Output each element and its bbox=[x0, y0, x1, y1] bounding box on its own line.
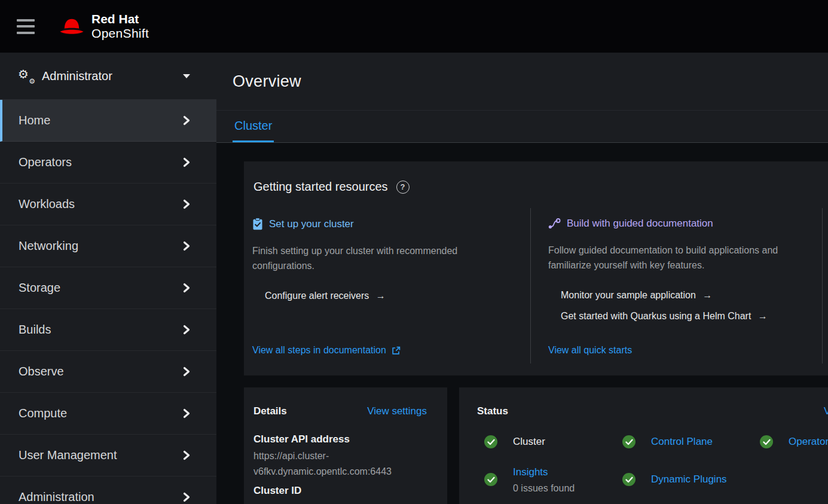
section-title: Set up your cluster bbox=[269, 218, 354, 230]
chevron-right-icon bbox=[183, 408, 190, 419]
sidebar-item-operators[interactable]: Operators bbox=[0, 142, 216, 184]
section-description: Finish setting up your cluster with reco… bbox=[252, 243, 517, 273]
cogs-icon: ⚙ ⚙ bbox=[18, 68, 34, 84]
page-title: Overview bbox=[233, 72, 301, 91]
check-circle-icon bbox=[760, 435, 773, 448]
status-title: Status bbox=[477, 405, 508, 417]
caret-down-icon bbox=[183, 74, 190, 78]
details-title: Details bbox=[253, 405, 287, 417]
sidebar-item-workloads[interactable]: Workloads bbox=[0, 184, 216, 225]
check-circle-icon bbox=[484, 473, 497, 486]
details-value-cluster-api-address: https://api.cluster-v6fkv.dynamic.opentl… bbox=[253, 448, 433, 479]
chevron-right-icon bbox=[183, 283, 190, 293]
status-view-link-cutoff[interactable]: V bbox=[824, 405, 828, 417]
chevron-right-icon bbox=[183, 241, 190, 251]
link-quarkus-helm-chart[interactable]: Get started with Quarkus using a Helm Ch… bbox=[561, 310, 809, 323]
check-circle-icon bbox=[622, 435, 635, 448]
masthead: Red Hat OpenShift bbox=[0, 0, 828, 53]
sidebar-item-user-management[interactable]: User Management bbox=[0, 435, 216, 476]
hamburger-icon bbox=[17, 19, 35, 22]
sidebar-nav: Home Operators Workloads Networking Stor… bbox=[0, 100, 216, 504]
tab-cluster[interactable]: Cluster bbox=[233, 111, 274, 142]
getting-started-section-quickstarts: Build with guided documentation Follow g… bbox=[530, 208, 822, 364]
sidebar-item-administration[interactable]: Administration bbox=[0, 476, 216, 504]
sidebar-item-storage[interactable]: Storage bbox=[0, 267, 216, 309]
getting-started-section-cutoff bbox=[822, 208, 828, 364]
brand-product: OpenShift bbox=[91, 26, 149, 41]
sidebar-item-compute[interactable]: Compute bbox=[0, 393, 216, 435]
route-icon bbox=[548, 218, 561, 230]
control-plane-link[interactable]: Control Plane bbox=[651, 435, 713, 448]
chevron-right-icon bbox=[183, 325, 190, 335]
arrow-right-icon: → bbox=[702, 290, 712, 300]
sidebar-item-builds[interactable]: Builds bbox=[0, 309, 216, 351]
chevron-right-icon bbox=[183, 199, 190, 209]
perspective-switcher[interactable]: ⚙ ⚙ Administrator bbox=[0, 53, 216, 100]
sidebar-item-networking[interactable]: Networking bbox=[0, 225, 216, 267]
openshift-console: Red Hat OpenShift ⚙ ⚙ Administrator Home… bbox=[0, 0, 828, 504]
status-item-operators: Operators bbox=[760, 435, 828, 448]
help-icon[interactable]: ? bbox=[396, 181, 410, 194]
redhat-fedora-icon bbox=[59, 17, 85, 36]
view-settings-link[interactable]: View settings bbox=[367, 405, 427, 417]
operators-link[interactable]: Operators bbox=[789, 435, 828, 448]
details-label-cluster-id: Cluster ID bbox=[253, 484, 433, 497]
getting-started-card: Getting started resources ? Set up your … bbox=[244, 161, 828, 375]
status-item-dynamic-plugins: Dynamic Plugins bbox=[622, 473, 727, 486]
chevron-right-icon bbox=[183, 492, 190, 502]
dynamic-plugins-link[interactable]: Dynamic Plugins bbox=[651, 473, 727, 486]
brand-name: Red Hat bbox=[91, 12, 149, 26]
sidebar-item-home[interactable]: Home bbox=[0, 100, 216, 142]
status-item-control-plane: Control Plane bbox=[622, 435, 713, 448]
section-title: Build with guided documentation bbox=[567, 218, 713, 230]
section-description: Follow guided documentation to build app… bbox=[548, 243, 809, 273]
details-card: Details View settings Cluster API addres… bbox=[244, 387, 447, 504]
brand-logo: Red Hat OpenShift bbox=[59, 12, 149, 41]
arrow-right-icon: → bbox=[376, 291, 386, 301]
getting-started-section-setup: Set up your cluster Finish setting up yo… bbox=[244, 208, 530, 364]
perspective-label: Administrator bbox=[42, 69, 183, 83]
tab-bar: Cluster bbox=[216, 111, 828, 143]
insights-issues-count: 0 issues found bbox=[513, 482, 575, 495]
page-header: Overview bbox=[216, 53, 828, 111]
chevron-right-icon bbox=[183, 366, 190, 377]
chevron-right-icon bbox=[183, 115, 190, 126]
external-link-icon bbox=[392, 346, 401, 355]
check-circle-icon bbox=[622, 473, 635, 486]
sidebar-item-observe[interactable]: Observe bbox=[0, 351, 216, 393]
chevron-right-icon bbox=[183, 450, 190, 460]
main-content: Overview Cluster Getting started resourc… bbox=[216, 53, 828, 504]
status-item-insights: Insights 0 issues found bbox=[484, 466, 575, 495]
link-monitor-sample-application[interactable]: Monitor your sample application → bbox=[561, 289, 809, 302]
link-view-all-quick-starts[interactable]: View all quick starts bbox=[548, 345, 632, 356]
status-card: Status V Cluster Control Plane Operato bbox=[459, 387, 828, 504]
check-circle-icon bbox=[484, 435, 497, 448]
details-label-cluster-api-address: Cluster API address bbox=[253, 433, 433, 446]
clipboard-check-icon bbox=[252, 218, 263, 230]
sidebar: ⚙ ⚙ Administrator Home Operators Workloa… bbox=[0, 53, 216, 504]
nav-toggle-button[interactable] bbox=[17, 19, 35, 34]
getting-started-title: Getting started resources bbox=[253, 180, 388, 194]
arrow-right-icon: → bbox=[758, 311, 768, 321]
link-view-all-steps[interactable]: View all steps in documentation bbox=[252, 345, 401, 356]
status-item-cluster: Cluster bbox=[484, 435, 545, 448]
chevron-right-icon bbox=[183, 157, 190, 167]
link-configure-alert-receivers[interactable]: Configure alert receivers → bbox=[265, 289, 517, 303]
insights-link[interactable]: Insights bbox=[513, 466, 575, 479]
